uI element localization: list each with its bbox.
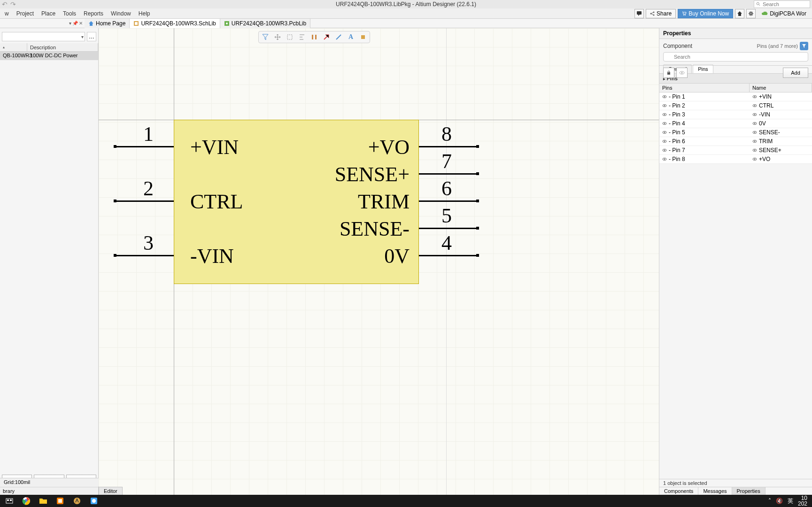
pin-3-line[interactable] [115, 255, 174, 256]
taskbar-altium[interactable] [70, 496, 85, 506]
home-icon [737, 11, 742, 16]
pin-7-endpoint[interactable] [476, 172, 479, 175]
tab-schlib[interactable]: URF2424QB-100WR3.SchLib [130, 19, 220, 28]
tab-pcblib[interactable]: URF2424QB-100WR3.PcbLib [220, 19, 310, 28]
svg-point-10 [750, 13, 752, 15]
pin-action-buttons: Add [659, 65, 812, 80]
component-filter-combo[interactable]: ▾ [2, 32, 85, 41]
col-description[interactable]: Description [27, 43, 98, 51]
pin-2-line[interactable] [115, 200, 174, 202]
pin-row[interactable]: - Pin 1 +VIN [659, 92, 812, 101]
menu-window[interactable]: Window [107, 9, 135, 18]
pin-6-endpoint[interactable] [476, 200, 479, 202]
pin-5-line[interactable] [419, 228, 478, 229]
grid-status: Grid:100mil [0, 478, 99, 486]
svg-rect-2 [637, 11, 642, 15]
comment-button[interactable] [634, 9, 644, 18]
digipcba-button[interactable]: DigiPCBA Wor [758, 9, 810, 18]
tab-pin-icon[interactable]: 📌 [72, 21, 78, 26]
taskbar-chrome[interactable] [19, 496, 34, 506]
menu-project[interactable]: Project [13, 9, 38, 18]
move-icon[interactable] [274, 33, 281, 41]
add-pin-button[interactable]: Add [783, 68, 808, 78]
eye-icon [679, 70, 685, 76]
pin-4-endpoint[interactable] [476, 254, 479, 257]
pin-row[interactable]: - Pin 5 SENSE- [659, 128, 812, 137]
pin-8-number: 8 [441, 122, 452, 146]
pin-row[interactable]: - Pin 4 0V [659, 119, 812, 128]
menu-place[interactable]: Place [38, 9, 59, 18]
home-button[interactable] [735, 9, 744, 18]
editor-tab[interactable]: Editor [99, 487, 123, 495]
select-icon[interactable] [286, 33, 294, 41]
pin-4-line[interactable] [419, 255, 478, 256]
tray-clock[interactable]: 10202 [798, 495, 807, 507]
buy-online-button[interactable]: Buy Online Now [678, 9, 733, 18]
pin-2-endpoint[interactable] [114, 200, 116, 202]
tray-chevron-icon[interactable]: ˄ [768, 498, 771, 504]
tab-components[interactable]: Components [659, 487, 698, 495]
share-button[interactable]: Share [646, 9, 676, 18]
pin-row-name: CTRL [750, 101, 812, 110]
text-tool-icon[interactable]: A [347, 33, 355, 41]
object-filter-button[interactable] [800, 42, 808, 50]
menu-view[interactable]: w [1, 9, 13, 18]
right-spacer [659, 178, 812, 479]
pin-6-number: 6 [441, 177, 452, 200]
taskbar-app[interactable] [86, 496, 101, 506]
align-icon[interactable] [298, 33, 306, 41]
component-tool-icon[interactable] [359, 33, 367, 41]
pin-5-endpoint[interactable] [476, 227, 479, 230]
pin-1-line[interactable] [115, 146, 174, 147]
line-tool-icon[interactable] [335, 33, 342, 41]
taskbar-explorer[interactable] [36, 496, 51, 506]
schematic-canvas[interactable]: A 1 +VIN 2 CTRL 3 -VIN 8 +VO 7 [99, 28, 659, 495]
title-bar: ↶ ↷ URF2424QB-100WR3.LibPkg - Altium Des… [0, 0, 812, 8]
filter-icon[interactable] [262, 33, 269, 41]
filter-more-button[interactable]: … [87, 32, 96, 41]
tab-properties[interactable]: Properties [732, 487, 766, 495]
pin-col-pins[interactable]: Pins [659, 84, 750, 92]
visibility-button[interactable] [676, 68, 688, 78]
tab-dropdown-icon[interactable]: ▾ [69, 21, 71, 26]
pin-col-name[interactable]: Name [750, 84, 812, 92]
distribute-icon[interactable] [310, 33, 318, 41]
pin-3-endpoint[interactable] [114, 254, 116, 257]
pin-8-line[interactable] [419, 146, 478, 147]
tab-home-page[interactable]: Home Page [85, 19, 130, 28]
folder-icon [39, 497, 47, 505]
menu-tools[interactable]: Tools [59, 9, 80, 18]
tab-close-icon[interactable]: ✕ [79, 21, 83, 26]
settings-button[interactable] [746, 9, 756, 18]
pin-7-line[interactable] [419, 173, 478, 175]
tab-messages[interactable]: Messages [698, 487, 732, 495]
pin-row[interactable]: - Pin 2 CTRL [659, 101, 812, 110]
taskbar-vmware[interactable] [53, 496, 68, 506]
pin-6-line[interactable] [419, 200, 478, 202]
global-search-input[interactable] [763, 1, 805, 7]
document-tabs: ▾ 📌 ✕ Home Page URF2424QB-100WR3.SchLib … [0, 19, 812, 28]
pin-row[interactable]: - Pin 6 TRIM [659, 137, 812, 146]
tray-ime[interactable]: 英 [788, 497, 793, 505]
property-search-input[interactable] [663, 52, 808, 61]
pin-row[interactable]: - Pin 3 -VIN [659, 110, 812, 119]
redo-icon[interactable]: ↷ [10, 0, 16, 8]
taskbar-start[interactable] [2, 496, 17, 506]
menu-help[interactable]: Help [135, 9, 154, 18]
col-name[interactable]: ▴ [0, 43, 27, 51]
cart-icon [682, 11, 687, 16]
undo-icon[interactable]: ↶ [2, 0, 8, 8]
left-spacer [0, 60, 98, 473]
pin-1-endpoint[interactable] [114, 145, 116, 148]
global-search[interactable] [754, 0, 810, 8]
eye-icon [662, 94, 667, 99]
tray-volume-icon[interactable]: 🔇 [776, 498, 783, 504]
clear-icon[interactable] [323, 33, 330, 41]
menu-reports[interactable]: Reports [80, 9, 107, 18]
left-bottom-tab[interactable]: brary [0, 487, 98, 495]
pin-row[interactable]: - Pin 8 +VO [659, 155, 812, 164]
pin-8-endpoint[interactable] [476, 145, 479, 148]
pin-row[interactable]: - Pin 7 SENSE+ [659, 146, 812, 155]
lock-button[interactable] [663, 68, 674, 78]
component-row[interactable]: QB-100WR3 100W DC-DC Power [0, 52, 98, 60]
